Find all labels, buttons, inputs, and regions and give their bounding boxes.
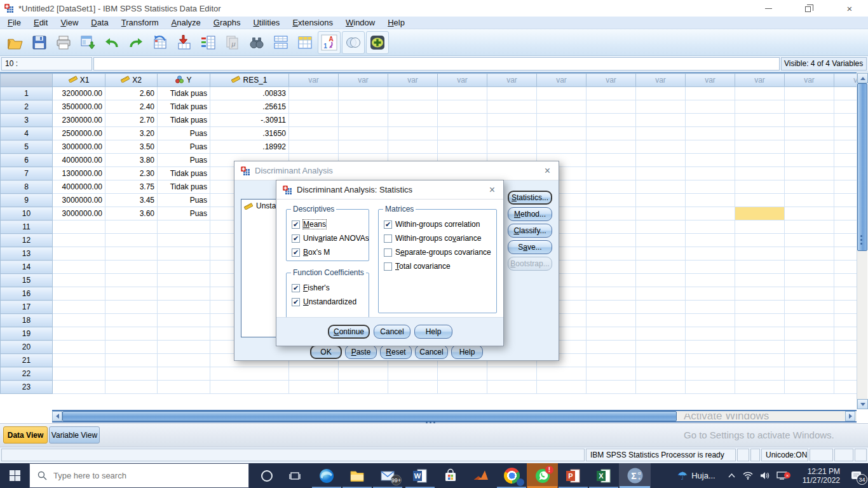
- grid-cell[interactable]: [339, 140, 388, 154]
- grid-cell[interactable]: 3500000.00: [53, 100, 105, 114]
- grid-cell[interactable]: [686, 354, 735, 367]
- grid-cell[interactable]: [105, 247, 158, 261]
- grid-cell[interactable]: [537, 367, 587, 381]
- grid-cell[interactable]: [735, 261, 785, 274]
- grid-cell[interactable]: [438, 367, 487, 381]
- grid-cell[interactable]: [289, 114, 339, 127]
- grid-cell[interactable]: 3000000.00: [53, 194, 105, 207]
- grid-cell[interactable]: [587, 194, 636, 207]
- checkbox-unstandardized[interactable]: Unstandardized: [292, 295, 365, 309]
- grid-cell[interactable]: [834, 234, 857, 247]
- grid-cell[interactable]: [686, 261, 735, 274]
- grid-cell[interactable]: [785, 274, 834, 287]
- grid-cell[interactable]: [735, 140, 785, 154]
- grid-cell[interactable]: [636, 287, 686, 301]
- grid-cell[interactable]: [785, 261, 834, 274]
- grid-cell[interactable]: [735, 154, 785, 167]
- grid-cell[interactable]: [785, 140, 834, 154]
- row-header-15[interactable]: 15: [1, 274, 53, 287]
- checkbox-within-groups-covariance[interactable]: Within-groups covariance: [384, 231, 492, 245]
- grid-cell[interactable]: [834, 220, 857, 234]
- grid-cell[interactable]: [537, 381, 587, 394]
- dialog-close-icon[interactable]: ×: [542, 165, 553, 177]
- grid-cell[interactable]: [785, 220, 834, 234]
- grid-cell[interactable]: [587, 314, 636, 327]
- insert-cases-button[interactable]: [269, 31, 292, 54]
- grid-cell[interactable]: [339, 100, 388, 114]
- grid-cell[interactable]: [105, 354, 158, 367]
- grid-cell[interactable]: [686, 220, 735, 234]
- grid-cell[interactable]: [158, 247, 210, 261]
- grid-cell[interactable]: [785, 114, 834, 127]
- scroll-up-arrow[interactable]: [857, 73, 868, 83]
- grid-cell[interactable]: [438, 127, 487, 140]
- grid-cell[interactable]: [487, 127, 537, 140]
- dialog-title-bar[interactable]: Discriminant Analysis ×: [234, 161, 559, 180]
- grid-cell[interactable]: [834, 100, 857, 114]
- row-header-8[interactable]: 8: [1, 180, 53, 194]
- grid-cell[interactable]: 2.30: [105, 167, 158, 180]
- row-header-1[interactable]: 1: [1, 87, 53, 100]
- grid-cell[interactable]: [834, 247, 857, 261]
- grid-cell[interactable]: 2300000.00: [53, 114, 105, 127]
- print-button[interactable]: [52, 31, 75, 54]
- grid-cell[interactable]: Tidak puas: [158, 180, 210, 194]
- grid-cell[interactable]: [339, 127, 388, 140]
- row-header-21[interactable]: 21: [1, 354, 53, 367]
- cancel-button[interactable]: Cancel: [374, 325, 410, 339]
- grid-cell[interactable]: [785, 287, 834, 301]
- ok-button[interactable]: OK: [310, 345, 342, 359]
- grid-cell[interactable]: [735, 100, 785, 114]
- column-header-var[interactable]: var: [537, 74, 587, 87]
- grid-cell[interactable]: [686, 274, 735, 287]
- grid-cell[interactable]: Puas: [158, 207, 210, 220]
- grid-cell[interactable]: 3.60: [105, 207, 158, 220]
- grid-cell[interactable]: 4000000.00: [53, 154, 105, 167]
- column-header-y[interactable]: Y: [158, 74, 210, 87]
- grid-cell[interactable]: [487, 87, 537, 100]
- column-header-var[interactable]: var: [587, 74, 636, 87]
- microsoft-store-button[interactable]: [435, 463, 466, 488]
- grid-cell[interactable]: [636, 154, 686, 167]
- grid-cell[interactable]: [636, 234, 686, 247]
- pane-splitter-vertical[interactable]: [860, 235, 862, 245]
- scroll-left-arrow[interactable]: [52, 411, 62, 421]
- grid-cell[interactable]: [636, 274, 686, 287]
- grid-cell[interactable]: [636, 140, 686, 154]
- grid-cell[interactable]: [636, 327, 686, 341]
- grid-cell[interactable]: [834, 314, 857, 327]
- dialog-close-icon[interactable]: ×: [487, 184, 498, 196]
- grid-cell[interactable]: [735, 367, 785, 381]
- grid-cell[interactable]: [636, 127, 686, 140]
- checkbox-box[interactable]: [292, 284, 300, 292]
- tray-chevron[interactable]: [723, 473, 740, 478]
- grid-cell[interactable]: [537, 114, 587, 127]
- row-header-20[interactable]: 20: [1, 341, 53, 354]
- grid-cell[interactable]: [636, 367, 686, 381]
- grid-cell[interactable]: [636, 247, 686, 261]
- grid-cell[interactable]: [53, 301, 105, 314]
- grid-cell[interactable]: [587, 287, 636, 301]
- grid-cell[interactable]: [785, 100, 834, 114]
- column-header-x1[interactable]: X1: [53, 74, 105, 87]
- grid-cell[interactable]: [105, 274, 158, 287]
- grid-cell[interactable]: [834, 167, 857, 180]
- grid-cell[interactable]: [487, 140, 537, 154]
- matlab-button[interactable]: [466, 463, 496, 488]
- grid-cell[interactable]: [587, 207, 636, 220]
- grid-cell[interactable]: [686, 207, 735, 220]
- grid-cell[interactable]: 2.40: [105, 100, 158, 114]
- save-button[interactable]: [28, 31, 51, 54]
- spss-taskbar-button[interactable]: Σα+: [619, 463, 651, 488]
- grid-cell[interactable]: 1300000.00: [53, 167, 105, 180]
- grid-cell[interactable]: [587, 261, 636, 274]
- grid-cell[interactable]: 3.20: [105, 127, 158, 140]
- grid-cell[interactable]: [636, 114, 686, 127]
- grid-cell[interactable]: [636, 354, 686, 367]
- grid-cell[interactable]: [587, 274, 636, 287]
- grid-cell[interactable]: [339, 367, 388, 381]
- word-button[interactable]: W: [405, 463, 435, 488]
- insert-variable-button[interactable]: [294, 31, 316, 54]
- row-header-23[interactable]: 23: [1, 381, 53, 394]
- row-header-13[interactable]: 13: [1, 247, 53, 261]
